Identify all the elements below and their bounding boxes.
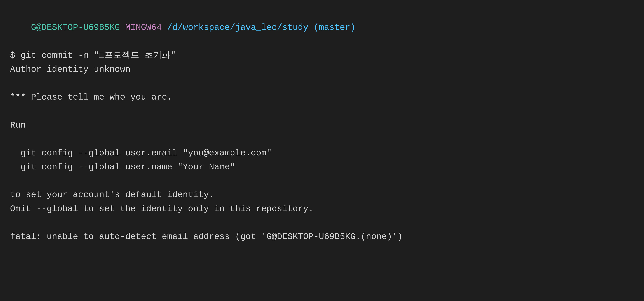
terminal-window: G@DESKTOP-U69B5KG MINGW64 /d/workspace/j…	[0, 0, 644, 301]
path-separator	[162, 23, 167, 32]
current-path: /d/workspace/java_lec/study	[167, 23, 308, 32]
shell-name: MINGW64	[125, 23, 162, 32]
blank-line-2	[10, 104, 634, 118]
path-space	[308, 23, 314, 32]
to-set-line: to set your account's default identity.	[10, 188, 634, 202]
git-config-email-line: git config --global user.email "you@exam…	[10, 146, 634, 160]
prompt-line: G@DESKTOP-U69B5KG MINGW64 /d/workspace/j…	[10, 7, 634, 49]
prompt-separator	[120, 23, 125, 32]
blank-line-5	[10, 216, 634, 230]
omit-line: Omit --global to set the identity only i…	[10, 202, 634, 216]
git-branch: (master)	[314, 23, 356, 32]
blank-line-3	[10, 132, 634, 146]
blank-line-4	[10, 174, 634, 188]
git-config-name-line: git config --global user.name "Your Name…	[10, 160, 634, 174]
command-line: $ git commit -m "□프로젝트 초기화"	[10, 49, 634, 62]
blank-line-1	[10, 76, 634, 90]
user-host: G@DESKTOP-U69B5KG	[31, 23, 120, 32]
fatal-line: fatal: unable to auto-detect email addre…	[10, 230, 634, 244]
author-identity-line: Author identity unknown	[10, 62, 634, 76]
please-tell-line: *** Please tell me who you are.	[10, 90, 634, 104]
run-line: Run	[10, 118, 634, 132]
